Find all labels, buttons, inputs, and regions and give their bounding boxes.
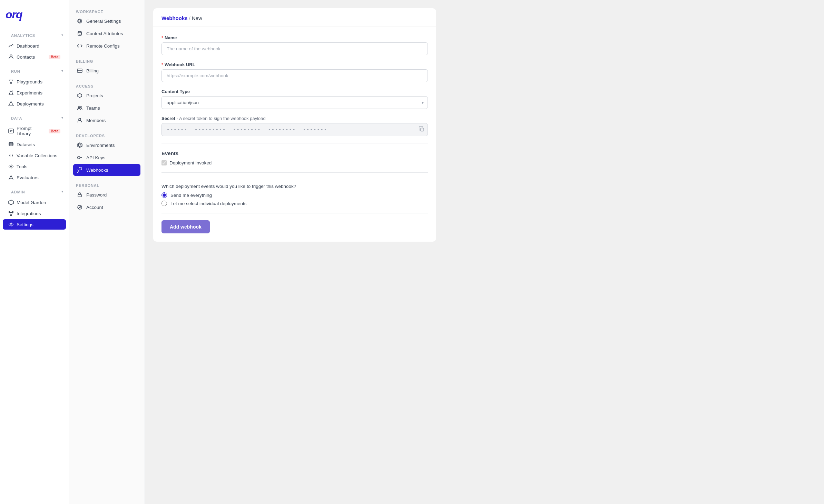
divider-1 xyxy=(161,143,428,143)
svg-point-24 xyxy=(79,118,81,120)
sidebar-item-experiments[interactable]: Experiments xyxy=(3,88,66,98)
svg-point-0 xyxy=(10,55,12,57)
sidebar-experiments-label: Experiments xyxy=(17,90,60,95)
radio-select-individual-row: Let me select individual deployments xyxy=(161,201,428,206)
secret-input[interactable] xyxy=(161,123,428,136)
teams-icon xyxy=(77,105,83,111)
data-section-header[interactable]: DATA ▾ xyxy=(0,112,69,123)
sidebar-contacts-label: Contacts xyxy=(17,54,46,60)
content-type-select[interactable]: application/json application/x-www-form-… xyxy=(161,96,428,109)
middle-item-environments[interactable]: Environments xyxy=(73,139,140,151)
svg-point-10 xyxy=(9,212,10,213)
sidebar-dashboard-label: Dashboard xyxy=(17,43,60,49)
middle-item-members[interactable]: Members xyxy=(73,114,140,126)
environments-icon xyxy=(77,142,83,148)
sidebar-variable-collections-label: Variable Collections xyxy=(17,153,60,158)
admin-section-header[interactable]: ADMIN ▾ xyxy=(0,186,69,197)
webhook-url-input[interactable] xyxy=(161,69,428,82)
middle-item-remote-configs[interactable]: Remote Configs xyxy=(73,40,140,52)
sidebar-item-prompt-library[interactable]: Prompt Library Beta xyxy=(3,123,66,139)
sidebar-item-integrations[interactable]: Integrations xyxy=(3,208,66,219)
secret-copy-button[interactable] xyxy=(419,127,424,133)
middle-item-projects[interactable]: Projects xyxy=(73,90,140,101)
logo-text: orq xyxy=(6,8,63,21)
middle-general-settings-label: General Settings xyxy=(86,19,121,24)
sidebar-item-tools[interactable]: Tools xyxy=(3,161,66,172)
logo: orq xyxy=(0,6,69,29)
sidebar-item-dashboard[interactable]: Dashboard xyxy=(3,41,66,51)
run-chevron-icon: ▾ xyxy=(61,69,63,73)
middle-context-attributes-label: Context Attributes xyxy=(86,31,123,36)
svg-marker-2 xyxy=(9,101,13,106)
deployment-question: Which deployment events would you like t… xyxy=(161,180,428,189)
svg-point-22 xyxy=(78,106,80,108)
developers-label: DEVELOPERS xyxy=(73,131,140,139)
run-section-header[interactable]: RUN ▾ xyxy=(0,65,69,76)
middle-password-label: Password xyxy=(86,192,107,198)
middle-item-password[interactable]: Password xyxy=(73,189,140,201)
add-webhook-button[interactable]: Add webhook xyxy=(161,220,210,233)
name-label: * Name xyxy=(161,35,428,40)
svg-marker-21 xyxy=(78,93,82,98)
svg-rect-28 xyxy=(78,194,81,197)
sidebar: orq ANALYTICS ▾ Dashboard Contacts Beta … xyxy=(0,0,69,504)
svg-rect-3 xyxy=(9,129,13,133)
sidebar-integrations-label: Integrations xyxy=(17,211,60,216)
sidebar-playgrounds-label: Playgrounds xyxy=(17,79,60,84)
analytics-section-header[interactable]: ANALYTICS ▾ xyxy=(0,29,69,40)
secret-field-group: Secret - A secret token to sign the webh… xyxy=(161,116,428,136)
svg-rect-19 xyxy=(77,69,82,72)
middle-item-teams[interactable]: Teams xyxy=(73,102,140,114)
webhook-url-field-group: * Webhook URL xyxy=(161,62,428,82)
breadcrumb-link[interactable]: Webhooks xyxy=(161,15,188,21)
radio-send-everything[interactable] xyxy=(161,192,167,198)
sidebar-tools-label: Tools xyxy=(17,164,60,169)
radio-select-individual[interactable] xyxy=(161,201,167,206)
webhook-url-label: * Webhook URL xyxy=(161,62,428,67)
sidebar-item-datasets[interactable]: Datasets xyxy=(3,139,66,150)
sidebar-prompt-library-label: Prompt Library xyxy=(17,126,46,136)
sidebar-evaluators-label: Evaluators xyxy=(17,175,60,180)
name-input[interactable] xyxy=(161,42,428,55)
access-label: ACCESS xyxy=(73,81,140,90)
sidebar-item-playgrounds[interactable]: Playgrounds xyxy=(3,77,66,87)
deployments-icon xyxy=(8,101,14,107)
billing-label: BILLING xyxy=(73,57,140,65)
middle-item-api-keys[interactable]: API Keys xyxy=(73,152,140,163)
content-type-select-wrapper: application/json application/x-www-form-… xyxy=(161,96,428,109)
sidebar-item-evaluators[interactable]: Evaluators xyxy=(3,172,66,183)
svg-point-11 xyxy=(12,212,13,213)
breadcrumb: Webhooks / New xyxy=(153,8,436,27)
chart-icon xyxy=(8,43,14,49)
secret-label: Secret xyxy=(161,116,175,121)
tools-icon xyxy=(8,164,14,169)
sidebar-datasets-label: Datasets xyxy=(17,142,60,147)
sidebar-item-variable-collections[interactable]: Variable Collections xyxy=(3,150,66,161)
evaluators-icon xyxy=(8,175,14,180)
run-label: RUN xyxy=(6,67,26,75)
sidebar-item-contacts[interactable]: Contacts Beta xyxy=(3,52,66,62)
svg-point-18 xyxy=(78,31,81,33)
workspace-label: WORKSPACE xyxy=(73,7,140,15)
deployment-invoked-checkbox-row: Deployment invoked xyxy=(161,160,428,165)
data-label: DATA xyxy=(6,113,28,122)
svg-point-23 xyxy=(80,106,81,108)
sidebar-deployments-label: Deployments xyxy=(17,101,60,107)
middle-item-billing[interactable]: Billing xyxy=(73,65,140,77)
middle-api-keys-label: API Keys xyxy=(86,155,106,160)
middle-projects-label: Projects xyxy=(86,93,103,98)
sidebar-model-garden-label: Model Garden xyxy=(17,200,60,205)
breadcrumb-separator: / xyxy=(189,15,190,21)
middle-item-account[interactable]: Account xyxy=(73,201,140,213)
sidebar-item-model-garden[interactable]: Model Garden xyxy=(3,197,66,208)
middle-item-general-settings[interactable]: General Settings xyxy=(73,15,140,27)
deployment-invoked-checkbox[interactable] xyxy=(161,160,167,165)
db-icon xyxy=(77,30,83,37)
svg-point-27 xyxy=(78,157,80,159)
middle-item-context-attributes[interactable]: Context Attributes xyxy=(73,28,140,39)
radio-send-everything-row: Send me everything xyxy=(161,192,428,198)
sidebar-item-settings[interactable]: Settings xyxy=(3,219,66,230)
middle-item-webhooks[interactable]: Webhooks xyxy=(73,164,140,176)
sidebar-item-deployments[interactable]: Deployments xyxy=(3,99,66,109)
variable-icon xyxy=(8,153,14,158)
